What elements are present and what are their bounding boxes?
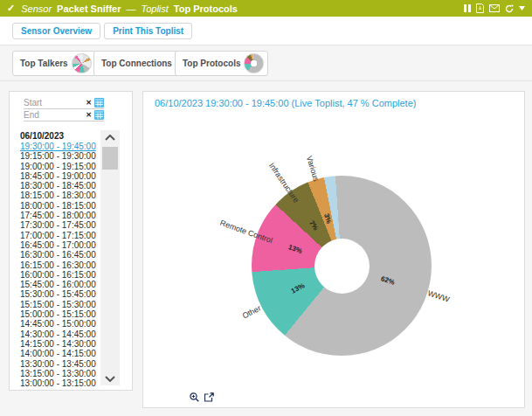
report-icon[interactable] xyxy=(476,3,484,13)
interval-item[interactable]: 14:45:00 - 15:00:00 xyxy=(20,319,100,329)
start-date-input[interactable] xyxy=(24,98,74,107)
interval-item[interactable]: 16:45:00 - 17:00:00 xyxy=(20,240,100,250)
calendar-icon[interactable] xyxy=(94,98,104,107)
interval-item[interactable]: 18:15:00 - 18:30:00 xyxy=(20,191,100,200)
toplist-cards-row: Top Talkers Top Connections Top Protocol… xyxy=(0,45,532,81)
pie-chart-icon xyxy=(244,53,264,73)
interval-item[interactable]: 14:00:00 - 14:15:00 xyxy=(20,349,100,358)
refresh-icon[interactable] xyxy=(505,4,514,13)
print-toplist-button[interactable]: Print This Toplist xyxy=(104,23,192,39)
interval-item[interactable]: 13:15:00 - 13:30:00 xyxy=(20,369,100,378)
card-label: Top Connections xyxy=(101,59,172,68)
interval-date-header: 06/10/2023 xyxy=(20,131,64,141)
sensor-name: Packet Sniffer xyxy=(57,3,121,14)
interval-item[interactable]: 18:45:00 - 19:00:00 xyxy=(20,171,100,181)
interval-item[interactable]: 18:30:00 - 18:45:00 xyxy=(20,181,100,191)
scrollbar-thumb[interactable] xyxy=(102,147,118,170)
interval-item[interactable]: 17:30:00 - 17:45:00 xyxy=(20,220,100,230)
interval-item[interactable]: 19:30:00 - 19:45:00 xyxy=(20,142,100,151)
sensor-overview-button[interactable]: Sensor Overview xyxy=(12,23,100,39)
interval-item[interactable]: 16:30:00 - 16:45:00 xyxy=(20,250,100,260)
toplist-card-top-protocols[interactable]: Top Protocols xyxy=(175,51,268,76)
interval-item[interactable]: 17:45:00 - 18:00:00 xyxy=(20,211,100,220)
donut-segment-label: Other xyxy=(241,304,263,321)
interval-item[interactable]: 16:00:00 - 16:15:00 xyxy=(20,270,100,280)
interval-item[interactable]: 13:30:00 - 13:45:00 xyxy=(20,359,100,369)
clear-end-icon[interactable]: ✕ xyxy=(86,112,92,119)
interval-item[interactable]: 16:15:00 - 16:30:00 xyxy=(20,260,100,270)
toolbar: Sensor Overview Print This Toplist xyxy=(0,17,532,45)
interval-item[interactable]: 15:30:00 - 15:45:00 xyxy=(20,289,100,299)
interval-item[interactable]: 14:15:00 - 14:30:00 xyxy=(20,339,100,349)
scroll-up-button[interactable] xyxy=(100,130,120,144)
breadcrumb-separator: — xyxy=(126,3,135,14)
open-external-icon[interactable] xyxy=(204,392,214,402)
donut-segment-label: WWW xyxy=(426,288,450,303)
toplist-chart-panel: 06/10/2023 19:30:00 - 19:45:00 (Live Top… xyxy=(142,91,525,408)
interval-panel: ✕ ✕ 06/10/2023 19:30:00 - 19:45:0019:15:… xyxy=(9,91,133,391)
interval-item[interactable]: 15:00:00 - 15:15:00 xyxy=(20,309,100,319)
sensor-header-bar: ✓ Sensor Packet Sniffer — Toplist Top Pr… xyxy=(0,0,532,17)
interval-item[interactable]: 19:00:00 - 19:15:00 xyxy=(20,162,100,171)
card-label: Top Protocols xyxy=(183,59,240,68)
protocols-donut[interactable] xyxy=(252,176,432,356)
end-date-input[interactable] xyxy=(24,110,74,120)
email-icon[interactable] xyxy=(489,4,500,12)
interval-item[interactable]: 15:45:00 - 16:00:00 xyxy=(20,280,100,289)
status-ok-icon: ✓ xyxy=(7,3,15,14)
zoom-icon[interactable] xyxy=(190,392,199,402)
content-area: ✕ ✕ 06/10/2023 19:30:00 - 19:45:0019:15:… xyxy=(0,81,532,416)
entity-type-label: Sensor xyxy=(21,3,52,14)
pie-chart-icon xyxy=(72,53,92,73)
toplist-card-top-talkers[interactable]: Top Talkers xyxy=(12,51,96,76)
interval-item[interactable]: 18:00:00 - 18:15:00 xyxy=(20,201,100,211)
interval-item[interactable]: 13:00:00 - 13:15:00 xyxy=(20,378,100,388)
calendar-icon[interactable] xyxy=(94,110,104,120)
clear-start-icon[interactable]: ✕ xyxy=(86,100,92,107)
interval-item[interactable]: 17:00:00 - 17:15:00 xyxy=(20,231,100,240)
interval-item[interactable]: 19:15:00 - 19:30:00 xyxy=(20,151,100,161)
card-label: Top Talkers xyxy=(20,59,68,68)
interval-scrollbar[interactable] xyxy=(100,130,120,385)
page-title: Top Protocols xyxy=(174,3,238,14)
interval-list: 19:30:00 - 19:45:0019:15:00 - 19:30:0019… xyxy=(20,142,100,388)
toplist-title: 06/10/2023 19:30:00 - 19:45:00 (Live Top… xyxy=(155,98,416,108)
scroll-down-button[interactable] xyxy=(100,371,120,385)
interval-item[interactable]: 14:30:00 - 14:45:00 xyxy=(20,329,100,339)
donut-hole xyxy=(314,239,370,294)
pause-icon[interactable] xyxy=(464,4,471,12)
view-type-label: Toplist xyxy=(141,3,168,14)
interval-item[interactable]: 15:15:00 - 15:30:00 xyxy=(20,300,100,309)
caret-down-icon[interactable] xyxy=(519,6,525,10)
